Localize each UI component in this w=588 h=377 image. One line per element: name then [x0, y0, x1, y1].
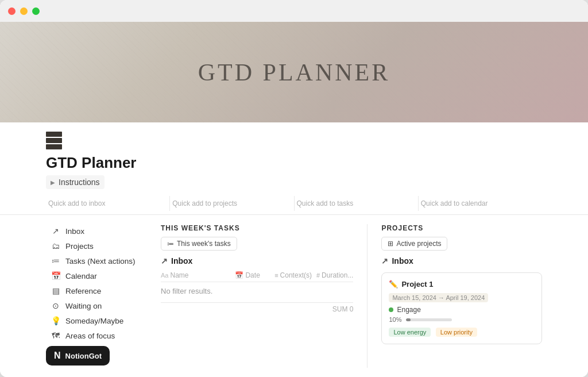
tag-low-energy: Low energy — [389, 328, 431, 337]
col-duration-header: # Duration... — [316, 271, 353, 279]
close-button[interactable] — [8, 7, 16, 15]
sidebar-label-reference: Reference — [65, 287, 101, 295]
tasks-tab-this-week[interactable]: ≔ This week's tasks — [161, 237, 237, 251]
engage-label: Engage — [397, 306, 420, 314]
col-context-header: ≡ Context(s) — [274, 271, 312, 279]
tasks-inbox-text: Inbox — [171, 256, 192, 266]
stack-icon — [46, 132, 62, 149]
quick-add-bar: Quick add to inbox Quick add to projects… — [0, 193, 588, 215]
projects-arrow-icon: ↗ — [381, 256, 388, 266]
sidebar-item-waiting[interactable]: ⊙ Waiting on — [46, 299, 161, 313]
sidebar-item-inbox[interactable]: ↗ Inbox — [46, 224, 161, 238]
sidebar-item-reference[interactable]: ▤ Reference — [46, 284, 161, 298]
tasks-table-header: Aa Name 📅 Date ≡ Context(s) — [161, 269, 353, 282]
page-header — [0, 122, 588, 149]
sidebar-label-someday: Someday/Maybe — [65, 317, 123, 325]
instructions-label: Instructions — [59, 178, 100, 187]
sum-label: SUM 0 — [332, 305, 354, 313]
aa-icon: Aa — [161, 272, 168, 279]
tasks-heading: THIS WEEK'S TASKS — [161, 224, 353, 232]
project-dates: March 15, 2024 → April 19, 2024 — [389, 293, 488, 302]
tags-row: Low energy Low priority — [389, 326, 535, 337]
sidebar-item-calendar[interactable]: 📅 Calendar — [46, 269, 161, 283]
sidebar-label-tasks: Tasks (Next actions) — [65, 257, 136, 266]
sidebar-item-areas[interactable]: 🗺 Areas of focus — [46, 329, 161, 343]
quick-add-calendar[interactable]: Quick add to calendar — [419, 196, 542, 211]
projects-heading: PROJECTS — [381, 224, 542, 232]
notion-n-icon: N — [54, 351, 61, 361]
tasks-inbox-label: ↗ Inbox — [161, 256, 353, 266]
progress-bar-bg — [406, 318, 452, 321]
project-title: ✏️ Project 1 — [389, 280, 535, 288]
inbox-icon: ↗ — [51, 226, 61, 236]
waiting-icon: ⊙ — [51, 301, 61, 310]
content-area: GTD PLANNER GTD Planner ▶ Instructions Q… — [0, 22, 588, 377]
sidebar-item-projects[interactable]: 🗂 Projects — [46, 239, 161, 253]
tasks-tab-icon: ≔ — [167, 240, 174, 248]
someday-icon: 💡 — [51, 316, 61, 325]
sidebar-item-someday[interactable]: 💡 Someday/Maybe — [46, 314, 161, 328]
col-name-header: Aa Name — [161, 271, 230, 279]
quick-add-inbox[interactable]: Quick add to inbox — [46, 196, 170, 211]
tasks-icon: ≔ — [51, 256, 61, 266]
sidebar-label-waiting: Waiting on — [65, 302, 102, 310]
main-panels: THIS WEEK'S TASKS ≔ This week's tasks ↗ … — [161, 215, 542, 377]
sidebar-label-calendar: Calendar — [65, 272, 97, 280]
sidebar-label-areas: Areas of focus — [65, 332, 115, 340]
main-body: GTD Planner ▶ Instructions Quick add to … — [0, 122, 588, 377]
arrow-icon: ↗ — [161, 256, 168, 266]
page-title: GTD Planner — [0, 154, 588, 172]
engage-row: Engage — [389, 306, 535, 314]
progress-row: 10% — [389, 316, 535, 323]
titlebar — [0, 0, 588, 22]
no-results-text: No filter results. — [161, 282, 353, 300]
notion-got-label: NotionGot — [65, 352, 102, 360]
panel-divider — [367, 224, 368, 368]
quick-add-tasks[interactable]: Quick add to tasks — [295, 196, 419, 211]
tag-low-priority: Low priority — [436, 328, 477, 337]
tasks-tab-label: This week's tasks — [177, 240, 231, 248]
edit-icon: ✏️ — [389, 280, 398, 288]
project-card-1[interactable]: ✏️ Project 1 March 15, 2024 → April 19, … — [381, 272, 542, 344]
progress-bar-fill — [406, 318, 411, 321]
projects-panel: PROJECTS ⊞ Active projects ↗ Inbox — [381, 224, 542, 368]
triangle-icon: ▶ — [51, 179, 55, 186]
projects-tab-active[interactable]: ⊞ Active projects — [381, 237, 447, 251]
sidebar-label-projects: Projects — [65, 242, 94, 251]
tasks-tab-row: ≔ This week's tasks — [161, 237, 353, 251]
ctx-icon: ≡ — [274, 272, 278, 279]
tasks-panel: THIS WEEK'S TASKS ≔ This week's tasks ↗ … — [161, 224, 353, 368]
projects-tab-row: ⊞ Active projects — [381, 237, 542, 251]
cal-icon-small: 📅 — [235, 271, 243, 279]
progress-pct: 10% — [389, 316, 401, 323]
projects-inbox-text: Inbox — [392, 256, 413, 266]
notion-got-branding: N NotionGot — [46, 346, 110, 366]
hero-title: GTD PLANNER — [198, 59, 390, 86]
app-window: GTD PLANNER GTD Planner ▶ Instructions Q… — [0, 0, 588, 377]
quick-add-projects[interactable]: Quick add to projects — [170, 196, 294, 211]
hero-banner: GTD PLANNER — [0, 22, 588, 122]
sidebar-label-inbox: Inbox — [65, 227, 84, 236]
projects-inbox-label: ↗ Inbox — [381, 256, 542, 266]
projects-tab-icon: ⊞ — [388, 240, 393, 248]
sidebar-item-tasks[interactable]: ≔ Tasks (Next actions) — [46, 254, 161, 268]
col-date-header: 📅 Date — [235, 271, 270, 279]
status-dot — [389, 307, 393, 312]
projects-tab-label: Active projects — [396, 240, 441, 248]
maximize-button[interactable] — [32, 7, 40, 15]
sum-row: SUM 0 — [161, 302, 353, 316]
calendar-icon: 📅 — [51, 271, 61, 280]
minimize-button[interactable] — [20, 7, 28, 15]
projects-icon: 🗂 — [51, 241, 61, 251]
instructions-row[interactable]: ▶ Instructions — [46, 175, 105, 189]
reference-icon: ▤ — [51, 286, 61, 295]
hash-icon: # — [316, 272, 320, 279]
areas-icon: 🗺 — [51, 331, 61, 340]
